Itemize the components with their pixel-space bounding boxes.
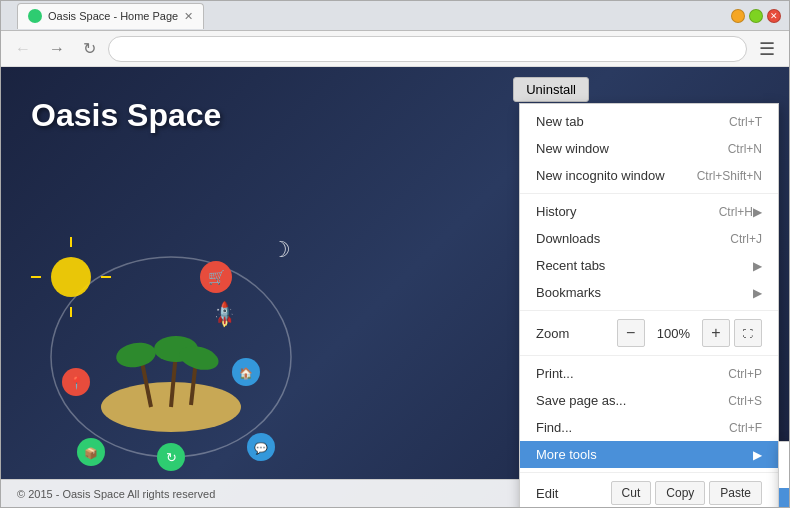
menu-item-recent-tabs[interactable]: Recent tabs ▶: [520, 252, 778, 279]
forward-button[interactable]: →: [43, 38, 71, 60]
tab-bar: Oasis Space - Home Page ✕: [17, 3, 731, 29]
zoom-minus-button[interactable]: −: [617, 319, 645, 347]
svg-text:📍: 📍: [69, 375, 84, 390]
menu-section-zoom: Zoom − 100% + ⛶: [520, 311, 778, 356]
menu-item-new-tab[interactable]: New tab Ctrl+T: [520, 108, 778, 135]
uninstall-button[interactable]: Uninstall: [513, 77, 589, 102]
svg-point-3: [114, 340, 158, 371]
page-content: Oasis Space Uninstall: [1, 67, 789, 507]
svg-text:💬: 💬: [254, 441, 268, 455]
menu-item-print[interactable]: Print... Ctrl+P: [520, 360, 778, 387]
menu-item-incognito[interactable]: New incognito window Ctrl+Shift+N: [520, 162, 778, 189]
cut-button[interactable]: Cut: [611, 481, 652, 505]
tab-favicon: [28, 9, 42, 23]
minimize-button[interactable]: [731, 9, 745, 23]
tab-title: Oasis Space - Home Page: [48, 10, 178, 22]
menu-item-new-window[interactable]: New window Ctrl+N: [520, 135, 778, 162]
menu-item-history[interactable]: History Ctrl+H ▶: [520, 198, 778, 225]
svg-text:🏠: 🏠: [239, 366, 253, 380]
zoom-plus-button[interactable]: +: [702, 319, 730, 347]
svg-text:🚀: 🚀: [209, 299, 241, 331]
footer-copyright: © 2015 - Oasis Space All rights reserved: [17, 488, 215, 500]
svg-text:↻: ↻: [166, 450, 177, 465]
menu-item-downloads[interactable]: Downloads Ctrl+J: [520, 225, 778, 252]
chrome-menu: New tab Ctrl+T New window Ctrl+N New inc…: [519, 103, 779, 507]
paste-button[interactable]: Paste: [709, 481, 762, 505]
submenu-item-clear-browsing[interactable]: Clear browsing data... Ctrl+Shift+Del: [779, 446, 789, 488]
address-bar[interactable]: q: [108, 36, 747, 62]
window-controls: ✕: [731, 9, 781, 23]
menu-section-edit: Edit Cut Copy Paste: [520, 473, 778, 507]
tab-close-button[interactable]: ✕: [184, 10, 193, 23]
browser-frame: Oasis Space - Home Page ✕ ✕ ← → ↻ q ☰ Oa…: [0, 0, 790, 508]
menu-item-more-tools[interactable]: More tools ▶ Clear browsing data... Ctrl…: [520, 441, 778, 468]
zoom-label: Zoom: [536, 326, 617, 341]
close-button[interactable]: ✕: [767, 9, 781, 23]
more-tools-submenu: Clear browsing data... Ctrl+Shift+Del Ex…: [778, 441, 789, 507]
maximize-button[interactable]: [749, 9, 763, 23]
zoom-fullscreen-button[interactable]: ⛶: [734, 319, 762, 347]
website-logo: Oasis Space: [31, 97, 221, 134]
svg-text:📦: 📦: [84, 446, 98, 460]
title-bar: Oasis Space - Home Page ✕ ✕: [1, 1, 789, 31]
submenu-item-extensions[interactable]: Extensions: [779, 488, 789, 507]
chrome-menu-button[interactable]: ☰: [753, 36, 781, 62]
nav-bar: ← → ↻ q ☰: [1, 31, 789, 67]
menu-item-save-page[interactable]: Save page as... Ctrl+S: [520, 387, 778, 414]
back-button[interactable]: ←: [9, 38, 37, 60]
svg-text:☽: ☽: [271, 237, 291, 262]
zoom-value: 100%: [645, 326, 702, 341]
active-tab[interactable]: Oasis Space - Home Page ✕: [17, 3, 204, 29]
zoom-control: Zoom − 100% + ⛶: [520, 315, 778, 351]
copy-button[interactable]: Copy: [655, 481, 705, 505]
island-graphic: 🛒 ☽ 📍 🏠 💬 🚀 ↻ 📦: [21, 197, 321, 477]
refresh-button[interactable]: ↻: [77, 37, 102, 60]
svg-text:🛒: 🛒: [208, 269, 226, 286]
menu-section-new: New tab Ctrl+T New window Ctrl+N New inc…: [520, 104, 778, 194]
edit-control: Edit Cut Copy Paste: [520, 477, 778, 507]
menu-section-history: History Ctrl+H ▶ Downloads Ctrl+J Recent…: [520, 194, 778, 311]
menu-section-print: Print... Ctrl+P Save page as... Ctrl+S F…: [520, 356, 778, 473]
menu-item-bookmarks[interactable]: Bookmarks ▶: [520, 279, 778, 306]
menu-item-find[interactable]: Find... Ctrl+F: [520, 414, 778, 441]
svg-point-8: [51, 257, 91, 297]
edit-label: Edit: [536, 486, 607, 501]
submenu-section: Clear browsing data... Ctrl+Shift+Del Ex…: [779, 442, 789, 507]
